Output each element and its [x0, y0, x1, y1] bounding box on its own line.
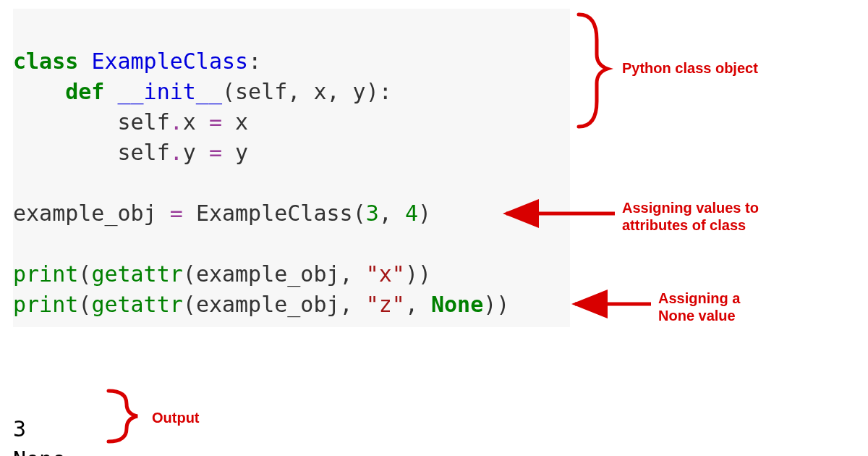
annotation-assign-none: Assigning a None value — [658, 290, 740, 324]
print-fn: print — [13, 261, 78, 287]
code-block: class ExampleClass: def __init__(self, x… — [13, 9, 570, 327]
keyword-class: class — [13, 48, 78, 74]
output-line: None — [13, 447, 65, 456]
getattr-fn: getattr — [91, 261, 182, 287]
class-name: ExampleClass — [91, 48, 248, 74]
print-fn: print — [13, 292, 78, 317]
getattr-fn: getattr — [91, 292, 182, 317]
annotation-class-object: Python class object — [622, 59, 758, 77]
params: self, x, y — [235, 79, 366, 104]
annotation-assign-attrs: Assigning values to attributes of class — [622, 199, 759, 234]
annotation-output: Output — [152, 409, 200, 426]
output-block: 3 None — [13, 384, 65, 456]
brace-icon — [109, 391, 137, 442]
init-fn: __init__ — [118, 79, 223, 104]
none-literal: None — [431, 292, 483, 317]
output-line: 3 — [13, 416, 26, 442]
keyword-def: def — [65, 79, 104, 104]
var-name: example_obj — [13, 200, 170, 226]
brace-icon — [579, 14, 608, 127]
